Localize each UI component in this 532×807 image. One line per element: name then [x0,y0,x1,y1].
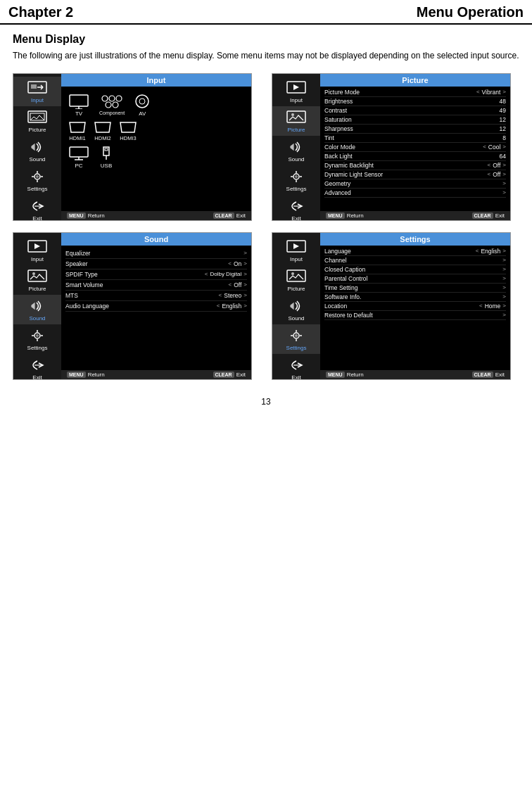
return-btn-2[interactable]: MENU Return [326,212,364,219]
sound-row-equalizer[interactable]: Equalizer > [65,248,247,259]
sidebar-sound-label: Sound [29,156,45,163]
clear-btn-icon: CLEAR [213,212,234,219]
sound-menu-body: Equalizer > Speaker < On > SPDIF Type [61,246,251,370]
menu-grid: Input Picture Sound [13,73,519,380]
sound-row-mts[interactable]: MTS < Stereo > [65,291,247,301]
exit-icon-2 [285,198,308,215]
settings-sidebar-settings[interactable]: Settings [272,324,320,354]
section-title: Menu Operation [417,4,524,20]
exit-btn-2[interactable]: CLEAR Exit [472,212,505,219]
svg-rect-5 [28,111,46,122]
sidebar-item-sound[interactable]: Sound [13,136,61,165]
picture-row-backlight[interactable]: Back Light 64 [324,152,506,161]
sidebar-item-settings[interactable]: Settings [13,165,61,195]
input-menu: Input Picture Sound [13,73,252,221]
sound-sidebar-input[interactable]: Input [13,236,61,265]
svg-point-54 [295,334,298,337]
settings-row-channel[interactable]: Channel > [324,256,506,265]
picture-row-tint[interactable]: Tint 8 [324,134,506,143]
sound-sidebar-picture[interactable]: Picture [13,265,61,295]
picture-menu: Input Picture Sound [272,73,511,221]
sound-sidebar-settings[interactable]: Settings [13,324,61,354]
svg-rect-28 [105,148,108,151]
picture-sidebar-settings[interactable]: Settings [272,165,320,195]
input-hdmi1[interactable]: HDMI1 [68,121,87,141]
settings-row-time-setting[interactable]: Time Setting > [324,284,506,293]
picture-row-mode[interactable]: Picture Mode < Vibrant > [324,88,506,97]
return-btn-3[interactable]: MENU Return [67,371,105,378]
settings-sidebar-exit[interactable]: Exit [272,354,320,380]
picture-sidebar-exit[interactable]: Exit [272,195,320,221]
input-hdmi2[interactable]: HDMI2 [94,121,112,141]
picture-row-dynamic-backlight[interactable]: Dynamic Backlight < Off > [324,161,506,170]
svg-rect-14 [70,95,88,106]
picture-row-contrast[interactable]: Contrast 49 [324,106,506,115]
picture-row-advanced[interactable]: Advanced > [324,189,506,198]
settings-row-software-info[interactable]: Software Info. > [324,293,506,302]
input-tv[interactable]: TV [68,94,89,117]
input-pc[interactable]: PC [68,146,89,169]
exit-btn-3[interactable]: CLEAR Exit [213,371,246,378]
settings-row-location[interactable]: Location < Home > [324,302,506,311]
sidebar-item-exit[interactable]: Exit [13,195,61,221]
picture-row-geometry[interactable]: Geometry > [324,179,506,189]
picture-row-sharpness[interactable]: Sharpness 12 [324,125,506,134]
sound-menu-footer: MENU Return CLEAR Exit [61,370,251,379]
svg-rect-6 [30,113,44,120]
picture-sidebar-sound[interactable]: Sound [272,136,320,165]
input-av[interactable]: AV [134,94,150,117]
return-btn[interactable]: MENU Return [67,212,105,219]
label: Sound [288,156,304,163]
label: Picture [288,127,305,133]
sound-menu-content: Sound Equalizer > Speaker < On > [61,233,251,379]
picture-icon-2 [285,109,308,126]
label: Exit [291,215,300,221]
settings-sidebar-input[interactable]: Input [272,236,320,265]
sound-row-smart-volume[interactable]: Smart Volume < Off > [65,280,247,291]
picture-sidebar-input[interactable]: Input [272,77,320,106]
picture-row-brightness[interactable]: Brightness 48 [324,97,506,106]
return-btn-4[interactable]: MENU Return [326,371,364,378]
sound-sidebar-sound[interactable]: Sound [13,295,61,324]
sound-sidebar-exit[interactable]: Exit [13,354,61,380]
svg-rect-24 [70,147,88,157]
input-hdmi3[interactable]: HDMI3 [119,121,137,141]
svg-point-23 [139,99,145,104]
picture-menu-content: Picture Picture Mode < Vibrant > Brightn… [320,74,510,220]
chapter-title: Chapter 2 [8,4,73,20]
input-usb[interactable]: USB [99,146,113,169]
settings-row-parental-control[interactable]: Parental Control > [324,274,506,284]
settings-sidebar-picture[interactable]: Picture [272,265,320,295]
input-component[interactable]: Component [99,94,125,117]
picture-row-color-mode[interactable]: Color Mode < Cool > [324,143,506,152]
settings-sidebar-sound[interactable]: Sound [272,295,320,324]
exit-btn[interactable]: CLEAR Exit [213,212,246,219]
svg-point-22 [136,95,148,108]
sidebar-item-input[interactable]: Input [13,77,61,106]
picture-menu-header: Picture [320,74,510,87]
settings-row-language[interactable]: Language < English > [324,247,506,256]
input-menu-sidebar: Input Picture Sound [13,74,61,220]
picture-sidebar-picture[interactable]: Picture [272,106,320,136]
svg-rect-1 [31,84,37,89]
menu-btn-icon: MENU [67,212,86,219]
sound-row-audio-language[interactable]: Audio Language < English > [65,301,247,312]
picture-row-dynamic-light-sensor[interactable]: Dynamic Light Sensor < Off > [324,170,506,179]
picture-row-saturation[interactable]: Saturation 12 [324,115,506,125]
settings-row-closed-caption[interactable]: Closed Caption > [324,265,506,274]
settings-menu-sidebar: Input Picture Sound [272,233,320,379]
picture-icon [26,109,49,126]
sound-row-spdif[interactable]: SPDIF Type < Dolby Digital > [65,269,247,280]
sound-icon-2 [285,139,308,155]
svg-rect-41 [28,270,46,281]
picture-menu-footer: MENU Return CLEAR Exit [320,211,510,220]
picture-menu-sidebar: Input Picture Sound [272,74,320,220]
sidebar-item-picture[interactable]: Picture [13,106,61,136]
label: Settings [286,186,307,192]
exit-btn-4[interactable]: CLEAR Exit [472,371,505,378]
content-area: Menu Display The following are just illu… [0,33,532,418]
settings-row-restore-default[interactable]: Restore to Default > [324,311,506,320]
sound-icon [26,139,49,155]
sound-row-speaker[interactable]: Speaker < On > [65,259,247,269]
settings-menu: Input Picture Sound [272,232,511,380]
